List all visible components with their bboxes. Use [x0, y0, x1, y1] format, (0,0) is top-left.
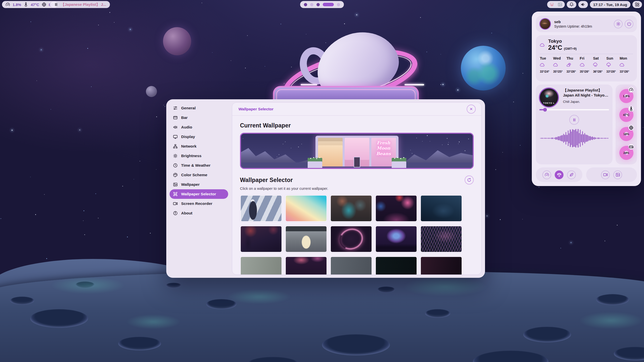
- avatar: [539, 18, 551, 30]
- wallpaper-thumbnail-lofi-coffee-shop[interactable]: [285, 225, 327, 253]
- sidebar-item-general[interactable]: General: [170, 103, 228, 113]
- wallpaper-thumbnail-sage-blur[interactable]: [240, 256, 282, 275]
- screenshot-button[interactable]: [613, 170, 622, 179]
- sidebar-item-screen-recorder[interactable]: Screen Recorder: [170, 199, 228, 208]
- sidebar-item-brightness[interactable]: Brightness: [170, 151, 228, 161]
- slider-track: [539, 109, 609, 110]
- forecast-day-label: Fri: [580, 56, 593, 60]
- wallpaper-thumbnail-slate-gray[interactable]: [330, 256, 372, 275]
- star: [520, 145, 520, 146]
- star: [98, 218, 99, 218]
- system-stats-pill[interactable]: 1.8% 47°C 8G: [2, 1, 57, 8]
- sidebar-item-time-weather[interactable]: Time & Weather: [170, 161, 228, 170]
- tray-app-icon-1[interactable]: [549, 2, 554, 7]
- star: [513, 102, 514, 102]
- tray-app-icon-2[interactable]: [557, 2, 562, 7]
- clock-pill[interactable]: 17:17 - Tue, 19 Aug: [590, 1, 630, 8]
- wallpaper-thumbnail-anime-crosswalk[interactable]: [240, 195, 282, 222]
- close-button[interactable]: ✕: [467, 105, 476, 114]
- billboard-light: [301, 84, 317, 85]
- divider: [540, 54, 633, 54]
- waveform-bar: [596, 138, 597, 139]
- panel-title: Wallpaper Selector: [238, 107, 273, 111]
- sidebar-item-wallpaper-selector[interactable]: Wallpaper Selector: [170, 189, 228, 199]
- settings-window: GeneralBarAudioDisplayNetworkBrightnessT…: [166, 99, 485, 278]
- system-tray[interactable]: [547, 1, 565, 8]
- wallpaper-thumbnail-neon-arcade-alley[interactable]: [375, 195, 417, 222]
- desktop: 1.8% 47°C 8G 【Japanese Playlist】 J... 17…: [0, 0, 644, 362]
- wallpaper-thumbnail-dark-winter-village[interactable]: [420, 195, 462, 222]
- forecast-day-label: Sun: [606, 56, 620, 60]
- power-button[interactable]: [625, 20, 633, 28]
- star: [422, 141, 423, 142]
- seek-slider[interactable]: [539, 108, 609, 111]
- waveform-bar: [544, 138, 545, 139]
- wallpaper-thumbnail-plum-gradient[interactable]: [420, 256, 462, 275]
- star: [448, 142, 449, 143]
- forecast-day-label: Sat: [593, 56, 606, 60]
- moon-crater: [377, 287, 395, 293]
- workspace-dot-3[interactable]: [316, 3, 320, 6]
- gauge-thermometer: 47°C: [616, 106, 637, 125]
- screen-record-button[interactable]: [601, 170, 610, 179]
- workspace-dot-2[interactable]: [310, 3, 313, 6]
- powersave-profile-button[interactable]: [567, 170, 576, 179]
- wallpaper-thumbnail-crimson-forest-figure[interactable]: [240, 225, 282, 253]
- star: [458, 144, 459, 144]
- wallpaper-thumbnail-pink-autumn-trees[interactable]: [285, 256, 327, 275]
- track-artist: Chill Japan.: [563, 100, 609, 104]
- star: [247, 35, 248, 36]
- waveform-bar: [589, 136, 589, 141]
- volume-button[interactable]: [578, 1, 588, 8]
- media-player-pill[interactable]: 【Japanese Playlist】 J...: [50, 1, 110, 8]
- waveform-bar: [584, 133, 585, 144]
- waveform-bar: [580, 130, 581, 147]
- media-and-stats-row: TOKYO L 【Japanese Playlist】 Japan All Ni…: [536, 84, 637, 164]
- play-pause-button[interactable]: [569, 115, 579, 125]
- sidebar-item-display[interactable]: Display: [170, 132, 228, 142]
- waveform-bar: [557, 137, 557, 140]
- menu-board: [354, 157, 360, 167]
- star: [130, 29, 131, 30]
- wallpaper-thumbnail-nebula-forest[interactable]: [375, 225, 417, 253]
- workspace-indicator[interactable]: [300, 1, 344, 8]
- slider-knob[interactable]: [543, 108, 547, 112]
- performance-profile-button[interactable]: [542, 170, 551, 179]
- sidebar-item-network[interactable]: Network: [170, 142, 228, 151]
- wallpaper-thumbnail-pastel-gradient[interactable]: [285, 195, 327, 222]
- sidebar-item-label: General: [181, 106, 196, 110]
- sidebar-item-color-scheme[interactable]: Color Scheme: [170, 170, 228, 180]
- sidebar-item-audio[interactable]: Audio: [170, 122, 228, 132]
- wallpaper-thumbnail-dark-teal[interactable]: [375, 256, 417, 275]
- star: [571, 242, 572, 243]
- balanced-profile-button[interactable]: [555, 170, 564, 179]
- star: [283, 144, 283, 144]
- settings-button[interactable]: [614, 20, 623, 28]
- sidebar-item-wallpaper[interactable]: Wallpaper: [170, 180, 228, 189]
- forecast-day-label: Mon: [620, 56, 633, 60]
- dashboard-button[interactable]: [632, 1, 642, 8]
- waveform-bar: [547, 138, 547, 139]
- sidebar-item-bar[interactable]: Bar: [170, 113, 228, 122]
- palette-icon: [173, 172, 178, 177]
- control-side-panel: seb System Uptime: 4h19m Tokyo 24°C: [532, 12, 641, 186]
- waveform-bar: [550, 138, 551, 139]
- forecast-day-sat: Sat36°/26°: [593, 56, 606, 73]
- wallpaper-thumbnail-blurred-aurora[interactable]: [330, 195, 372, 222]
- waveform-bar: [542, 138, 543, 139]
- panel-header: Wallpaper Selector ✕: [232, 103, 481, 116]
- star: [356, 14, 357, 15]
- workspace-dot-5[interactable]: [337, 3, 340, 6]
- track-title: 【Japanese Playlist】 Japan All Night - To…: [563, 88, 609, 98]
- monitor-icon: [173, 134, 178, 139]
- workspace-dot-1[interactable]: [304, 3, 307, 6]
- wallpaper-thumbnail-wireframe-waves[interactable]: [420, 225, 462, 253]
- wallpaper-thumbnail-purple-light-ring[interactable]: [330, 225, 372, 253]
- refresh-button[interactable]: [465, 175, 474, 185]
- workspace-dot-4[interactable]: [323, 3, 334, 6]
- forecast-day-sun: Sun33°/26°: [606, 56, 620, 73]
- notifications-button[interactable]: [567, 1, 576, 8]
- sidebar-item-about[interactable]: About: [170, 208, 228, 218]
- waveform-bar: [599, 138, 599, 139]
- star: [95, 193, 96, 194]
